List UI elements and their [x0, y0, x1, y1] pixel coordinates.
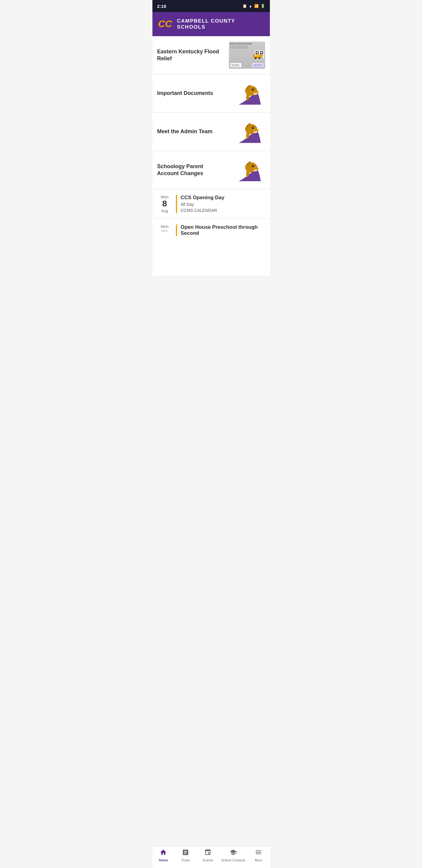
cal-partial-divider	[176, 224, 177, 236]
news-title-flood: Eastern Kentucky Flood Relief	[157, 48, 229, 62]
svg-rect-26	[254, 93, 255, 95]
svg-rect-15	[253, 55, 254, 57]
cal-event-title: CCS Opening Day	[181, 195, 265, 201]
svg-rect-27	[255, 93, 257, 95]
cal-day-num: 8	[162, 199, 167, 209]
news-item-schoology[interactable]: Schoology Parent Account Changes	[153, 151, 270, 189]
news-thumb-camel-2	[229, 118, 265, 145]
logo-text: CC	[157, 16, 173, 33]
svg-point-32	[253, 127, 254, 128]
wifi-icon: ▲	[249, 4, 252, 8]
svg-point-17	[259, 57, 261, 59]
svg-rect-42	[254, 170, 255, 171]
news-title-docs: Important Documents	[157, 90, 229, 97]
content-area: Eastern Kentucky Flood Relief Eastern Ke…	[153, 36, 270, 276]
svg-rect-43	[255, 170, 257, 171]
cal-calendar-name: CCMS CALENDAR	[181, 208, 265, 213]
cal-content-partial: Open House Preschool through Second	[181, 224, 265, 236]
battery-icon: 🔋	[261, 4, 265, 8]
cal-divider	[176, 195, 177, 213]
svg-point-16	[255, 57, 256, 59]
cal-date-partial: Mon Mon	[157, 224, 172, 232]
news-thumb-camel-1	[229, 80, 265, 107]
calendar-event-open-house[interactable]: Mon Mon Open House Preschool through Sec…	[153, 219, 270, 239]
cal-day-name: Mon	[161, 195, 168, 199]
news-item-admin-team[interactable]: Meet the Admin Team	[153, 113, 270, 151]
cal-date: Mon 8 Aug	[157, 195, 172, 213]
signal-icon: 📶	[254, 4, 259, 8]
svg-point-24	[253, 89, 254, 90]
news-title-schoology: Schoology Parent Account Changes	[157, 163, 229, 177]
cal-content: CCS Opening Day All Day CCMS CALENDAR	[181, 195, 265, 213]
cal-day-name-partial: Mon	[161, 224, 168, 229]
news-title-admin: Meet the Admin Team	[157, 128, 229, 135]
svg-rect-34	[254, 131, 255, 133]
news-item-important-docs[interactable]: Important Documents	[153, 74, 270, 113]
cal-event-title-partial: Open House Preschool through Second	[181, 224, 265, 236]
calendar-event-opening-day[interactable]: Mon 8 Aug CCS Opening Day All Day CCMS C…	[153, 189, 270, 219]
cal-all-day: All Day	[181, 202, 265, 207]
news-item-flood-relief[interactable]: Eastern Kentucky Flood Relief Eastern Ke…	[153, 36, 270, 74]
svg-rect-19	[257, 55, 259, 56]
clipboard-icon: 📋	[242, 4, 247, 8]
svg-rect-18	[255, 55, 256, 56]
svg-text:CC: CC	[158, 19, 172, 29]
svg-rect-35	[255, 131, 257, 133]
status-time: 2:18	[157, 4, 166, 9]
status-bar: 2:18 📋 ▲ 📶 🔋	[153, 0, 270, 12]
cal-month: Aug	[161, 209, 168, 213]
news-thumb-camel-3	[229, 156, 265, 184]
app-title: CAMPBELL COUNTY SCHOOLS	[177, 18, 265, 30]
status-icons: 📋 ▲ 📶 🔋	[242, 4, 265, 8]
app-logo: CC	[157, 16, 173, 32]
news-thumb-flood: Eastern Kentucky Flood Relief Campbell C…	[229, 41, 265, 69]
svg-point-40	[253, 165, 254, 166]
app-header: CC CAMPBELL COUNTY SCHOOLS	[153, 12, 270, 36]
